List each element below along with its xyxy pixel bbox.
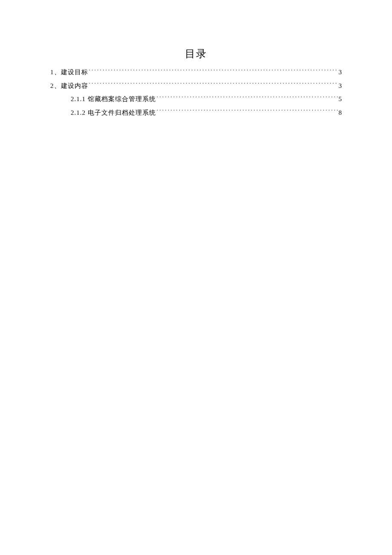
toc-page-number: 3	[339, 66, 342, 79]
toc-label: 2.1.1 馆藏档案综合管理系统	[71, 93, 156, 106]
toc-entry: 2.1.2 电子文件归档处理系统 8	[71, 106, 342, 120]
toc-page-number: 3	[339, 79, 342, 93]
toc-page-number: 8	[339, 106, 342, 120]
toc-page-number: 5	[339, 93, 342, 106]
toc-entry: 2.1.1 馆藏档案综合管理系统 5	[71, 93, 342, 106]
toc-label: 2.1.2 电子文件归档处理系统	[71, 106, 156, 120]
toc-entry: 1、建设目标 3	[50, 66, 342, 79]
toc-leader-dots	[157, 95, 338, 101]
toc-entry: 2、建设内容 3	[50, 79, 342, 93]
toc-label: 1、建设目标	[50, 66, 88, 79]
page-title: 目录	[50, 47, 342, 61]
toc-label: 2、建设内容	[50, 79, 88, 93]
toc-leader-dots	[89, 68, 338, 74]
toc-container: 1、建设目标 3 2、建设内容 3 2.1.1 馆藏档案综合管理系统 5 2.1…	[50, 66, 342, 119]
toc-leader-dots	[89, 81, 338, 88]
toc-leader-dots	[157, 108, 338, 115]
